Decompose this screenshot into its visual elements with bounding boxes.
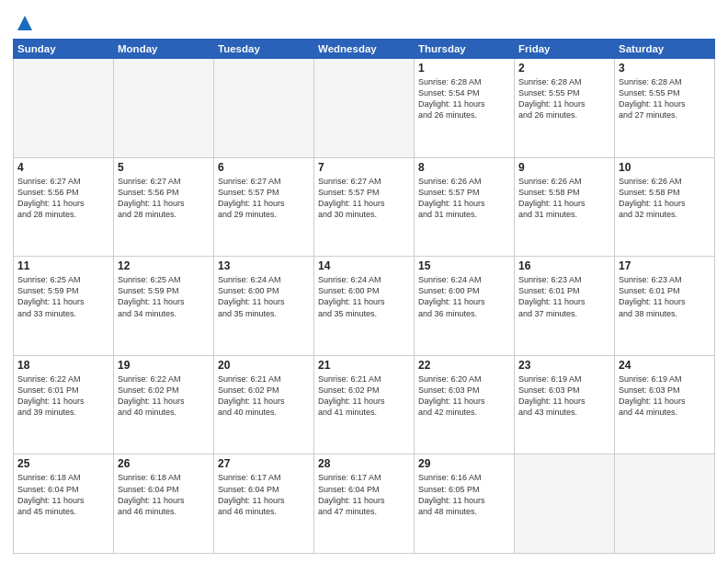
day-info: Sunrise: 6:21 AM Sunset: 6:02 PM Dayligh… [318,373,410,419]
header [13,9,715,33]
day-number: 9 [518,161,610,174]
weekday-header: Friday [515,40,615,59]
calendar-cell: 23Sunrise: 6:19 AM Sunset: 6:03 PM Dayli… [515,355,615,454]
calendar-cell [615,454,715,554]
day-number: 28 [318,457,410,470]
day-number: 23 [518,359,610,372]
day-number: 15 [418,259,510,272]
calendar-week: 1Sunrise: 6:28 AM Sunset: 5:54 PM Daylig… [14,59,715,158]
day-number: 18 [17,359,109,372]
day-info: Sunrise: 6:25 AM Sunset: 5:59 PM Dayligh… [17,274,109,319]
calendar-cell: 27Sunrise: 6:17 AM Sunset: 6:04 PM Dayli… [214,454,314,554]
calendar-week: 4Sunrise: 6:27 AM Sunset: 5:56 PM Daylig… [14,157,715,257]
calendar-week: 25Sunrise: 6:18 AM Sunset: 6:04 PM Dayli… [14,454,715,554]
calendar-cell: 24Sunrise: 6:19 AM Sunset: 6:03 PM Dayli… [615,355,715,454]
calendar-week: 11Sunrise: 6:25 AM Sunset: 5:59 PM Dayli… [14,257,715,356]
day-info: Sunrise: 6:28 AM Sunset: 5:55 PM Dayligh… [518,76,610,121]
weekday-header: Wednesday [314,40,415,59]
day-info: Sunrise: 6:24 AM Sunset: 6:00 PM Dayligh… [218,274,310,319]
day-number: 14 [318,259,410,272]
day-info: Sunrise: 6:23 AM Sunset: 6:01 PM Dayligh… [518,274,610,319]
day-info: Sunrise: 6:27 AM Sunset: 5:56 PM Dayligh… [17,176,109,221]
day-number: 8 [418,161,510,174]
day-info: Sunrise: 6:27 AM Sunset: 5:57 PM Dayligh… [318,176,410,221]
logo [13,13,35,33]
calendar-week: 18Sunrise: 6:22 AM Sunset: 6:01 PM Dayli… [14,355,715,454]
calendar-cell [214,59,314,158]
calendar-cell: 14Sunrise: 6:24 AM Sunset: 6:00 PM Dayli… [314,257,415,356]
logo-icon [15,13,35,33]
day-number: 25 [17,457,109,470]
calendar-cell: 16Sunrise: 6:23 AM Sunset: 6:01 PM Dayli… [515,257,615,356]
day-info: Sunrise: 6:26 AM Sunset: 5:58 PM Dayligh… [619,176,711,221]
calendar-cell: 10Sunrise: 6:26 AM Sunset: 5:58 PM Dayli… [615,157,715,257]
day-number: 6 [218,161,310,174]
calendar-cell: 20Sunrise: 6:21 AM Sunset: 6:02 PM Dayli… [214,355,314,454]
calendar-body: 1Sunrise: 6:28 AM Sunset: 5:54 PM Daylig… [14,59,715,554]
calendar-cell: 2Sunrise: 6:28 AM Sunset: 5:55 PM Daylig… [515,59,615,158]
day-number: 2 [518,62,610,75]
day-number: 4 [17,161,109,174]
day-info: Sunrise: 6:16 AM Sunset: 6:05 PM Dayligh… [418,472,510,517]
calendar-cell: 29Sunrise: 6:16 AM Sunset: 6:05 PM Dayli… [415,454,515,554]
calendar-cell: 15Sunrise: 6:24 AM Sunset: 6:00 PM Dayli… [415,257,515,356]
day-info: Sunrise: 6:18 AM Sunset: 6:04 PM Dayligh… [17,472,109,517]
calendar-cell: 7Sunrise: 6:27 AM Sunset: 5:57 PM Daylig… [314,157,415,257]
day-info: Sunrise: 6:17 AM Sunset: 6:04 PM Dayligh… [218,472,310,517]
svg-marker-0 [17,16,32,30]
day-number: 22 [418,359,510,372]
day-number: 16 [518,259,610,272]
day-info: Sunrise: 6:23 AM Sunset: 6:01 PM Dayligh… [619,274,711,319]
day-info: Sunrise: 6:24 AM Sunset: 6:00 PM Dayligh… [318,274,410,319]
calendar-cell: 28Sunrise: 6:17 AM Sunset: 6:04 PM Dayli… [314,454,415,554]
day-info: Sunrise: 6:18 AM Sunset: 6:04 PM Dayligh… [118,472,210,517]
calendar-header: SundayMondayTuesdayWednesdayThursdayFrid… [14,40,715,59]
day-info: Sunrise: 6:22 AM Sunset: 6:02 PM Dayligh… [118,373,210,419]
calendar-cell: 13Sunrise: 6:24 AM Sunset: 6:00 PM Dayli… [214,257,314,356]
day-number: 13 [218,259,310,272]
day-info: Sunrise: 6:20 AM Sunset: 6:03 PM Dayligh… [418,373,510,419]
weekday-header: Saturday [615,40,715,59]
day-info: Sunrise: 6:26 AM Sunset: 5:57 PM Dayligh… [418,176,510,221]
day-info: Sunrise: 6:25 AM Sunset: 5:59 PM Dayligh… [118,274,210,319]
day-info: Sunrise: 6:21 AM Sunset: 6:02 PM Dayligh… [218,373,310,419]
calendar-cell: 8Sunrise: 6:26 AM Sunset: 5:57 PM Daylig… [415,157,515,257]
day-info: Sunrise: 6:19 AM Sunset: 6:03 PM Dayligh… [518,373,610,419]
day-info: Sunrise: 6:26 AM Sunset: 5:58 PM Dayligh… [518,176,610,221]
day-number: 29 [418,457,510,470]
calendar-cell [14,59,114,158]
day-number: 20 [218,359,310,372]
page: SundayMondayTuesdayWednesdayThursdayFrid… [0,0,728,563]
day-number: 21 [318,359,410,372]
calendar-cell: 1Sunrise: 6:28 AM Sunset: 5:54 PM Daylig… [415,59,515,158]
calendar-cell: 26Sunrise: 6:18 AM Sunset: 6:04 PM Dayli… [114,454,214,554]
calendar-cell: 21Sunrise: 6:21 AM Sunset: 6:02 PM Dayli… [314,355,415,454]
calendar-cell: 9Sunrise: 6:26 AM Sunset: 5:58 PM Daylig… [515,157,615,257]
weekday-row: SundayMondayTuesdayWednesdayThursdayFrid… [14,40,715,59]
calendar-cell: 4Sunrise: 6:27 AM Sunset: 5:56 PM Daylig… [14,157,114,257]
calendar-cell: 25Sunrise: 6:18 AM Sunset: 6:04 PM Dayli… [14,454,114,554]
day-number: 24 [619,359,711,372]
weekday-header: Sunday [14,40,114,59]
day-info: Sunrise: 6:17 AM Sunset: 6:04 PM Dayligh… [318,472,410,517]
day-info: Sunrise: 6:28 AM Sunset: 5:55 PM Dayligh… [619,76,711,121]
calendar-cell: 12Sunrise: 6:25 AM Sunset: 5:59 PM Dayli… [114,257,214,356]
calendar-cell: 18Sunrise: 6:22 AM Sunset: 6:01 PM Dayli… [14,355,114,454]
calendar-cell [114,59,214,158]
weekday-header: Thursday [415,40,515,59]
calendar-cell: 5Sunrise: 6:27 AM Sunset: 5:56 PM Daylig… [114,157,214,257]
day-number: 1 [418,62,510,75]
calendar-table: SundayMondayTuesdayWednesdayThursdayFrid… [13,39,715,554]
day-number: 11 [17,259,109,272]
day-number: 27 [218,457,310,470]
calendar-cell: 17Sunrise: 6:23 AM Sunset: 6:01 PM Dayli… [615,257,715,356]
day-info: Sunrise: 6:27 AM Sunset: 5:57 PM Dayligh… [218,176,310,221]
day-number: 3 [619,62,711,75]
day-info: Sunrise: 6:19 AM Sunset: 6:03 PM Dayligh… [619,373,711,419]
day-number: 10 [619,161,711,174]
calendar-cell [515,454,615,554]
day-number: 7 [318,161,410,174]
calendar-cell: 6Sunrise: 6:27 AM Sunset: 5:57 PM Daylig… [214,157,314,257]
day-info: Sunrise: 6:24 AM Sunset: 6:00 PM Dayligh… [418,274,510,319]
calendar-cell [314,59,415,158]
